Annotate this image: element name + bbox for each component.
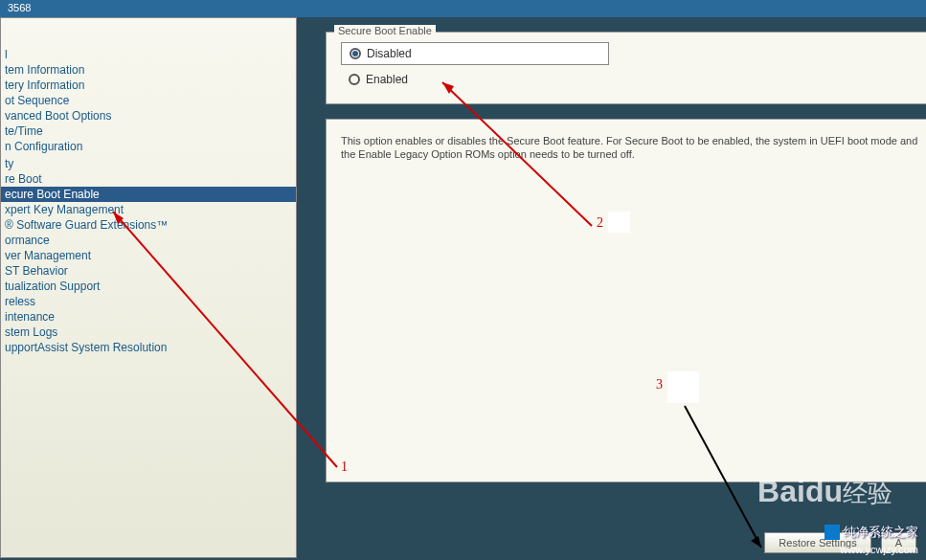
title-bar: 3568 [0, 0, 926, 17]
sidebar-item-system-information[interactable]: tem Information [1, 62, 296, 78]
sidebar-item-system-logs[interactable]: stem Logs [1, 325, 296, 340]
radio-icon [349, 74, 360, 85]
sidebar-item-wireless[interactable]: reless [1, 294, 296, 309]
sidebar-item-boot-sequence[interactable]: ot Sequence [1, 93, 296, 108]
sidebar-item-date-time[interactable]: te/Time [1, 123, 296, 139]
sidebar-item-configuration[interactable]: n Configuration [1, 139, 296, 154]
sidebar-item-maintenance[interactable]: intenance [1, 309, 296, 325]
fieldset-legend: Secure Boot Enable [334, 25, 436, 36]
radio-label-enabled: Enabled [366, 73, 408, 86]
annotation-label-2: 2 [597, 215, 603, 231]
secure-boot-fieldset: Secure Boot Enable Disabled Enabled [326, 32, 926, 104]
sidebar-item-sgx[interactable]: ® Software Guard Extensions™ [1, 217, 296, 233]
radio-label-disabled: Disabled [367, 47, 412, 60]
radio-icon [350, 48, 361, 59]
site-logo-icon [824, 525, 840, 540]
sidebar-item-security[interactable]: ty [1, 156, 296, 171]
sidebar-item-advanced-boot-options[interactable]: vanced Boot Options [1, 108, 296, 123]
description-text: This option enables or disables the Secu… [341, 134, 920, 161]
sidebar-item[interactable]: l [1, 47, 296, 62]
annotation-label-3: 3 [656, 377, 663, 392]
sidebar-item-secure-boot-enable[interactable]: ecure Boot Enable [1, 187, 296, 202]
sidebar-item-supportassist[interactable]: upportAssist System Resolution [1, 340, 296, 355]
sidebar-item-virtualization-support[interactable]: tualization Support [1, 279, 296, 294]
window-title: 3568 [8, 2, 31, 13]
sidebar-item-post-behavior[interactable]: ST Behavior [1, 263, 296, 279]
sidebar-item-battery-information[interactable]: tery Information [1, 78, 296, 93]
annotation-label-1: 1 [341, 459, 348, 475]
sidebar-item-expert-key-management[interactable]: xpert Key Management [1, 202, 296, 217]
site-name: 纯净系统之家 [844, 524, 918, 541]
sidebar-item-performance[interactable]: ormance [1, 233, 296, 248]
sidebar-item-power-management[interactable]: ver Management [1, 248, 296, 263]
annotation-white-block-3 [667, 371, 699, 403]
sidebar-item-secure-boot[interactable]: re Boot [1, 171, 296, 187]
watermark-url: www.ycwjzy.com [840, 544, 918, 555]
radio-option-enabled[interactable]: Enabled [341, 69, 609, 90]
settings-sidebar: l tem Information tery Information ot Se… [0, 17, 297, 558]
description-box: This option enables or disables the Secu… [326, 119, 926, 482]
radio-option-disabled[interactable]: Disabled [341, 42, 609, 65]
watermark-site: 纯净系统之家 [824, 524, 918, 541]
annotation-white-block-2 [608, 212, 630, 233]
